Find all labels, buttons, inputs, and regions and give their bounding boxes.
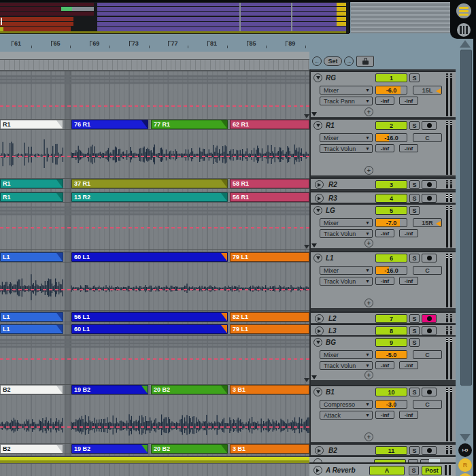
solo-button[interactable]: S [409, 338, 420, 347]
track-number-box[interactable]: 10 [375, 388, 407, 396]
automation-line[interactable] [0, 105, 309, 107]
pan-value-box[interactable]: 15R [413, 218, 442, 227]
clip[interactable]: 56 R1 [230, 192, 309, 202]
send-value-box[interactable]: -inf [399, 229, 418, 237]
arm-button[interactable] [422, 446, 437, 455]
add-lane-button[interactable]: + [364, 371, 373, 379]
return-number-box[interactable]: A [369, 466, 405, 475]
arm-button[interactable] [422, 254, 437, 262]
clip-bar-collapsed[interactable] [0, 456, 309, 463]
group-fold-arrow[interactable] [311, 112, 317, 116]
send-value-box[interactable]: -inf [375, 361, 394, 369]
next-locator-button[interactable]: → [344, 56, 354, 66]
arm-button[interactable] [422, 388, 437, 396]
track-number-box[interactable]: 3 [375, 180, 407, 189]
send-value-box[interactable]: -inf [399, 97, 418, 105]
solo-button[interactable]: S [409, 254, 420, 262]
clip[interactable]: 60 L1 [71, 324, 228, 334]
fold-track-button[interactable] [313, 73, 322, 82]
returns-toggle-button[interactable]: R [458, 458, 472, 472]
unfold-return-button[interactable] [313, 466, 322, 475]
track-number-box[interactable]: 1 [375, 73, 407, 82]
clip[interactable]: 3 B1 [230, 385, 309, 394]
arrangement-area[interactable]: R176 R177 R162 R1R137 R158 R1R113 R256 R… [0, 71, 309, 476]
clip[interactable]: B2 [0, 444, 63, 454]
vertical-scrollbar-thumb[interactable] [460, 50, 472, 386]
send-value-box[interactable]: -inf [375, 277, 394, 285]
add-lane-button[interactable]: + [364, 166, 373, 175]
fold-track-button[interactable] [313, 254, 322, 262]
solo-button[interactable]: S [409, 73, 420, 82]
device-dropdown[interactable]: Mixer▼ [320, 266, 373, 275]
send-value-box[interactable]: -inf [375, 411, 394, 419]
volume-value-box[interactable]: -6.0 [375, 86, 407, 95]
send-value-box[interactable]: -inf [399, 144, 418, 152]
send-value-box[interactable]: -inf [399, 361, 418, 369]
clip[interactable]: R1 [0, 192, 63, 202]
solo-button[interactable]: S [409, 121, 420, 130]
solo-button[interactable]: S [409, 388, 420, 396]
param-dropdown[interactable]: Track Pann▼ [320, 97, 373, 105]
solo-button[interactable]: S [409, 446, 420, 455]
scrub-area[interactable] [0, 52, 309, 60]
automation-line[interactable] [0, 156, 309, 157]
send-value-box[interactable]: -inf [399, 411, 418, 419]
volume-value-box[interactable]: -16.0 [375, 133, 407, 142]
clip[interactable]: B2 [0, 385, 63, 394]
clip[interactable]: 19 B2 [71, 385, 148, 394]
track-number-box[interactable]: 11 [375, 446, 407, 455]
io-toggle-button[interactable]: I-O [458, 443, 472, 457]
automation-line[interactable] [0, 227, 309, 228]
clip[interactable]: L1 [0, 252, 63, 262]
prev-locator-button[interactable]: ← [312, 56, 322, 66]
lane-fold-arrow[interactable] [304, 378, 309, 382]
volume-value-box[interactable]: -7.0 [375, 218, 407, 227]
pan-value-box[interactable]: C [413, 350, 442, 359]
track-number-box[interactable]: 6 [375, 254, 407, 262]
lane-fold-arrow[interactable] [304, 114, 309, 118]
solo-button[interactable]: S [409, 326, 420, 335]
send-value-box[interactable]: -inf [375, 229, 394, 237]
param-dropdown[interactable]: Track Volun▼ [320, 361, 373, 370]
fold-track-button[interactable] [313, 206, 322, 215]
add-lane-button[interactable]: + [364, 239, 373, 248]
return-solo-button[interactable]: S [409, 466, 419, 475]
clip[interactable]: 60 L1 [71, 252, 228, 262]
fold-track-button[interactable] [315, 194, 324, 203]
clip[interactable]: 13 R2 [71, 192, 228, 202]
arm-button[interactable] [422, 194, 437, 203]
device-dropdown[interactable]: Mixer▼ [320, 86, 373, 95]
fold-track-button[interactable] [315, 314, 324, 323]
fold-track-button[interactable] [315, 180, 324, 189]
post-button[interactable]: Post [422, 466, 442, 475]
arm-button[interactable] [422, 326, 437, 335]
clip[interactable]: 37 R1 [71, 179, 228, 188]
marker-lane[interactable] [0, 60, 309, 71]
clip[interactable]: R1 [0, 120, 63, 129]
automation-line[interactable] [0, 426, 309, 428]
beat-time-ruler[interactable]: 6165697377818589 [0, 37, 309, 52]
clip[interactable]: 19 B2 [71, 444, 148, 454]
automation-line[interactable] [0, 358, 309, 360]
scroll-down-arrow[interactable] [460, 434, 471, 441]
param-dropdown[interactable]: Track Volun▼ [320, 229, 373, 238]
track-number-box[interactable]: 5 [375, 206, 407, 215]
arm-button[interactable] [422, 314, 437, 323]
send-value-box[interactable]: -inf [375, 144, 394, 152]
arm-button[interactable] [422, 121, 437, 130]
send-value-box[interactable]: -inf [399, 277, 418, 285]
lane-fold-arrow[interactable] [304, 245, 309, 249]
set-locator-button[interactable]: Set [324, 56, 342, 66]
fold-track-button[interactable] [315, 326, 324, 335]
device-dropdown[interactable]: Mixer▼ [320, 218, 373, 227]
device-dropdown[interactable]: Mixer▼ [320, 133, 373, 142]
solo-button[interactable]: S [409, 180, 420, 189]
loop-lock-button[interactable] [356, 56, 374, 67]
track-number-box[interactable]: 4 [375, 194, 407, 203]
clip[interactable]: 20 B2 [151, 444, 228, 454]
automation-line[interactable] [0, 289, 309, 290]
clip[interactable]: 62 R1 [230, 120, 309, 129]
clip[interactable]: 3 B1 [230, 444, 309, 454]
send-value-box[interactable]: -inf [375, 97, 394, 105]
add-lane-button[interactable]: + [364, 299, 373, 307]
